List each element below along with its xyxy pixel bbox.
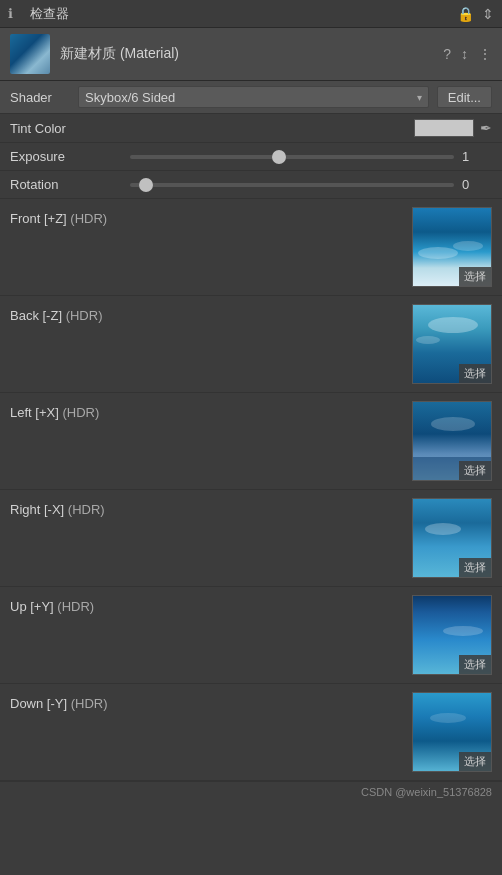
tex-sublabel-1: (HDR) bbox=[66, 308, 103, 323]
tex-select-btn-3[interactable]: 选择 bbox=[459, 558, 491, 577]
tex-label-area-3: Right [-X] (HDR) bbox=[10, 498, 210, 517]
exposure-value: 1 bbox=[462, 149, 492, 164]
shader-select-value: Skybox/6 Sided bbox=[85, 90, 175, 105]
dropdown-arrow-icon: ▾ bbox=[417, 92, 422, 103]
tex-label-area-4: Up [+Y] (HDR) bbox=[10, 595, 210, 614]
tex-thumb-2[interactable]: 选择 bbox=[412, 401, 492, 481]
tex-select-btn-4[interactable]: 选择 bbox=[459, 655, 491, 674]
settings-icon[interactable]: ↕ bbox=[461, 46, 468, 62]
tex-thumb-1[interactable]: 选择 bbox=[412, 304, 492, 384]
texture-slots: Front [+Z] (HDR) 选择 Back [-Z] (HDR) bbox=[0, 199, 502, 781]
rotation-slider-thumb[interactable] bbox=[139, 178, 153, 192]
header-actions: ? ↕ ⋮ bbox=[443, 46, 492, 62]
tex-thumb-area-0: 选择 bbox=[210, 207, 492, 287]
svg-point-8 bbox=[431, 417, 475, 431]
texture-row-4: Up [+Y] (HDR) 选择 bbox=[0, 587, 502, 684]
svg-point-14 bbox=[430, 713, 466, 723]
tex-thumb-5[interactable]: 选择 bbox=[412, 692, 492, 772]
tex-thumb-area-2: 选择 bbox=[210, 401, 492, 481]
title-bar-actions: 🔒 ⇕ bbox=[457, 6, 494, 22]
tint-color-row: Tint Color ✒ bbox=[0, 114, 502, 143]
rotation-row: Rotation 0 bbox=[0, 171, 502, 199]
svg-point-12 bbox=[443, 626, 483, 636]
tex-label-area-0: Front [+Z] (HDR) bbox=[10, 207, 210, 226]
exposure-row: Exposure 1 bbox=[0, 143, 502, 171]
tex-select-btn-0[interactable]: 选择 bbox=[459, 267, 491, 286]
eyedropper-icon[interactable]: ✒ bbox=[480, 120, 492, 136]
properties-panel: Tint Color ✒ Exposure 1 Rotation 0 bbox=[0, 114, 502, 199]
tex-label-area-2: Left [+X] (HDR) bbox=[10, 401, 210, 420]
tex-sublabel-5: (HDR) bbox=[71, 696, 108, 711]
tex-label-3: Right [-X] bbox=[10, 502, 64, 517]
rotation-value: 0 bbox=[462, 177, 492, 192]
exposure-slider-container: 1 bbox=[130, 149, 492, 164]
svg-point-4 bbox=[428, 317, 478, 333]
tex-label-5: Down [-Y] bbox=[10, 696, 67, 711]
tex-thumb-area-3: 选择 bbox=[210, 498, 492, 578]
rotation-label: Rotation bbox=[10, 177, 130, 192]
tex-label-2: Left [+X] bbox=[10, 405, 59, 420]
tex-label-1: Back [-Z] bbox=[10, 308, 62, 323]
tex-select-btn-1[interactable]: 选择 bbox=[459, 364, 491, 383]
texture-row-2: Left [+X] (HDR) 选择 bbox=[0, 393, 502, 490]
texture-row-0: Front [+Z] (HDR) 选择 bbox=[0, 199, 502, 296]
rotation-slider-container: 0 bbox=[130, 177, 492, 192]
tex-label-area-5: Down [-Y] (HDR) bbox=[10, 692, 210, 711]
title-bar-label: 检查器 bbox=[30, 5, 69, 23]
tex-label-4: Up [+Y] bbox=[10, 599, 54, 614]
material-thumbnail bbox=[10, 34, 50, 74]
title-bar: ℹ 检查器 🔒 ⇕ bbox=[0, 0, 502, 28]
exposure-slider-track[interactable] bbox=[130, 155, 454, 159]
texture-row-3: Right [-X] (HDR) 选择 bbox=[0, 490, 502, 587]
tex-sublabel-0: (HDR) bbox=[70, 211, 107, 226]
tex-label-0: Front [+Z] bbox=[10, 211, 67, 226]
tex-thumb-area-1: 选择 bbox=[210, 304, 492, 384]
tex-thumb-0[interactable]: 选择 bbox=[412, 207, 492, 287]
tex-label-area-1: Back [-Z] (HDR) bbox=[10, 304, 210, 323]
tex-sublabel-2: (HDR) bbox=[62, 405, 99, 420]
svg-point-10 bbox=[425, 523, 461, 535]
material-header: 新建材质 (Material) ? ↕ ⋮ bbox=[0, 28, 502, 81]
menu-icon[interactable]: ⋮ bbox=[478, 46, 492, 62]
tex-thumb-area-5: 选择 bbox=[210, 692, 492, 772]
info-icon: ℹ bbox=[8, 6, 24, 22]
rotation-slider-track[interactable] bbox=[130, 183, 454, 187]
shader-label: Shader bbox=[10, 90, 70, 105]
svg-point-1 bbox=[418, 247, 458, 259]
material-name: 新建材质 (Material) bbox=[60, 45, 179, 63]
help-icon[interactable]: ? bbox=[443, 46, 451, 62]
resize-icon[interactable]: ⇕ bbox=[482, 6, 494, 22]
tex-thumb-4[interactable]: 选择 bbox=[412, 595, 492, 675]
texture-row-1: Back [-Z] (HDR) 选择 bbox=[0, 296, 502, 393]
svg-point-5 bbox=[416, 336, 440, 344]
tex-thumb-area-4: 选择 bbox=[210, 595, 492, 675]
tex-thumb-3[interactable]: 选择 bbox=[412, 498, 492, 578]
tex-sublabel-4: (HDR) bbox=[57, 599, 94, 614]
texture-row-5: Down [-Y] (HDR) 选择 bbox=[0, 684, 502, 781]
svg-point-2 bbox=[453, 241, 483, 251]
exposure-label: Exposure bbox=[10, 149, 130, 164]
tint-color-swatch[interactable] bbox=[414, 119, 474, 137]
footer-text: CSDN @weixin_51376828 bbox=[361, 786, 492, 798]
shader-edit-button[interactable]: Edit... bbox=[437, 86, 492, 108]
tex-select-btn-2[interactable]: 选择 bbox=[459, 461, 491, 480]
footer: CSDN @weixin_51376828 bbox=[0, 781, 502, 802]
lock-icon[interactable]: 🔒 bbox=[457, 6, 474, 22]
tint-color-label: Tint Color bbox=[10, 121, 130, 136]
shader-row: Shader Skybox/6 Sided ▾ Edit... bbox=[0, 81, 502, 114]
exposure-slider-thumb[interactable] bbox=[272, 150, 286, 164]
tex-select-btn-5[interactable]: 选择 bbox=[459, 752, 491, 771]
shader-select[interactable]: Skybox/6 Sided ▾ bbox=[78, 86, 429, 108]
tex-sublabel-3: (HDR) bbox=[68, 502, 105, 517]
